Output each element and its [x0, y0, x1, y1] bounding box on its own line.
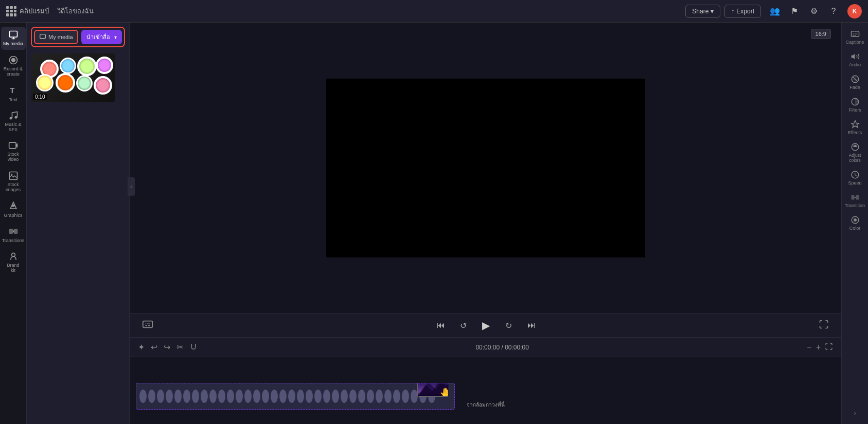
main-layout: My media Record &create T Text Music &SF…	[0, 23, 868, 424]
share-button[interactable]: Share ▾	[685, 5, 720, 18]
sidebar-item-transitions[interactable]: Transitions	[1, 223, 26, 246]
wave-bump	[384, 390, 392, 403]
wave-bump	[358, 390, 365, 403]
svg-rect-26	[856, 195, 859, 200]
upload-icon: ↑	[731, 8, 734, 15]
right-panel-speed[interactable]: Speed	[843, 168, 867, 188]
right-panel-filters[interactable]: Filters	[843, 95, 867, 115]
right-panel-captions[interactable]: Captions	[843, 27, 867, 47]
fullscreen-button[interactable]	[819, 319, 829, 331]
fast-forward-button[interactable]: ↻	[502, 318, 516, 333]
help-icon[interactable]: ?	[828, 6, 839, 17]
my-media-button[interactable]: My media	[34, 30, 78, 44]
sidebar-item-text[interactable]: T Text	[1, 82, 26, 105]
share-export-area: Share ▾ ↑ Export	[685, 5, 761, 18]
settings-icon[interactable]: ⚙	[808, 6, 820, 17]
aspect-ratio-badge[interactable]: 16:9	[811, 29, 831, 39]
sidebar-item-my-media[interactable]: My media	[1, 27, 26, 50]
app-logo-icon	[6, 6, 16, 16]
skip-forward-button[interactable]: ⏭	[524, 318, 539, 333]
zoom-out-button[interactable]: −	[807, 343, 811, 352]
svg-point-1	[11, 58, 15, 62]
top-bar-right: Share ▾ ↑ Export 👥 ⚑ ⚙ ? K	[685, 4, 862, 19]
video-preview: 16:9	[130, 23, 841, 313]
wave-bump	[271, 390, 278, 403]
right-panel-effects[interactable]: Effects	[843, 117, 867, 138]
right-panel: Captions Audio Fade โดยทั่วไปสาหรับแสดงผ…	[841, 23, 868, 424]
wave-bump	[174, 390, 182, 403]
right-panel-adjust-colors[interactable]: Adjustcolors	[843, 140, 867, 165]
wave-bump	[323, 390, 330, 403]
donut-2	[60, 58, 76, 74]
media-thumbnail[interactable]: 0:10	[31, 53, 115, 102]
svg-point-4	[9, 117, 12, 119]
svg-point-5	[14, 116, 17, 119]
wave-bump	[367, 390, 374, 403]
timeline: 🤚 จากล้อมกาวงที่นี่	[130, 357, 841, 424]
magnet-button[interactable]	[189, 343, 198, 352]
wave-bump	[376, 390, 383, 403]
people-icon[interactable]: 👥	[769, 6, 781, 17]
right-panel-transition[interactable]: Transition	[843, 190, 867, 211]
top-bar: คลิปแรมป์ วิดีโอของฉัน Share ▾ ↑ Export …	[0, 0, 868, 23]
panel-collapse-button[interactable]: ‹	[128, 177, 135, 196]
sidebar-item-brand-kit[interactable]: Brandkit	[1, 248, 26, 276]
right-panel-audio[interactable]: Audio	[843, 49, 867, 70]
right-panel-color[interactable]: Color	[843, 213, 867, 233]
svg-rect-6	[9, 143, 15, 149]
svg-rect-11	[9, 229, 13, 234]
sidebar-item-record-create[interactable]: Record &create	[1, 52, 26, 80]
wave-bump	[209, 390, 217, 403]
cut-button[interactable]: ✂	[176, 342, 183, 352]
media-panel-header: My media นำเข้าสื่อ ▾	[27, 23, 129, 51]
wave-bump	[253, 390, 260, 403]
skip-back-button[interactable]: ⏮	[434, 318, 448, 333]
svg-rect-14	[40, 34, 46, 39]
wave-bump	[297, 390, 304, 403]
right-panel-collapse[interactable]: ›	[851, 405, 859, 420]
sidebar-item-stock-images[interactable]: Stockimages	[1, 168, 26, 196]
chevron-down-icon: ▾	[114, 34, 117, 40]
wave-bump	[236, 390, 243, 403]
redo-button[interactable]: ↪	[164, 342, 170, 352]
wave-bump	[262, 390, 269, 403]
svg-rect-0	[9, 31, 17, 38]
svg-rect-25	[851, 195, 854, 200]
export-button[interactable]: ↑ Export	[724, 5, 761, 18]
svg-point-8	[11, 174, 12, 175]
wave-bump	[306, 390, 313, 403]
avatar[interactable]: K	[847, 4, 862, 19]
zoom-fit-button[interactable]	[825, 342, 833, 353]
flag-icon[interactable]: ⚑	[789, 6, 800, 17]
donut-5	[36, 74, 54, 91]
captions-toggle[interactable]	[142, 319, 153, 332]
timeline-clip[interactable]: 🤚	[136, 383, 455, 410]
thumb-duration: 0:10	[33, 94, 47, 100]
timeline-clip-waves	[136, 383, 454, 409]
svg-rect-15	[143, 321, 152, 328]
play-button[interactable]: ▶	[479, 318, 493, 333]
top-bar-left: คลิปแรมป์ วิดีโอของฉัน	[6, 6, 94, 16]
select-tool-button[interactable]: ✦	[138, 342, 145, 352]
import-media-button[interactable]: นำเข้าสื่อ ▾	[81, 30, 122, 44]
wave-bump	[314, 390, 322, 403]
sidebar-item-graphics[interactable]: Graphics	[1, 198, 26, 221]
right-panel-fade[interactable]: Fade โดยทั่วไปสาหรับแสดงผลบนหน้า	[843, 72, 867, 93]
sidebar-item-music-sfx[interactable]: Music &SFX	[1, 107, 26, 136]
wave-bump	[402, 390, 409, 403]
zoom-in-button[interactable]: +	[816, 343, 821, 352]
undo-button[interactable]: ↩	[151, 342, 157, 352]
wave-bump	[139, 390, 147, 403]
wave-bump	[244, 390, 252, 403]
sidebar-item-stock-video[interactable]: Stockvideo	[1, 137, 26, 165]
wave-bump	[279, 390, 287, 403]
wave-bump	[183, 390, 190, 403]
app-name: คลิปแรมป์	[20, 6, 49, 16]
donut-3	[77, 57, 97, 76]
wave-bump	[192, 390, 199, 403]
wave-bump	[157, 390, 164, 403]
svg-point-28	[854, 218, 857, 222]
rewind-button[interactable]: ↺	[456, 318, 471, 333]
media-header-box: My media นำเข้าสื่อ ▾	[31, 27, 125, 47]
wave-bump	[332, 390, 339, 403]
